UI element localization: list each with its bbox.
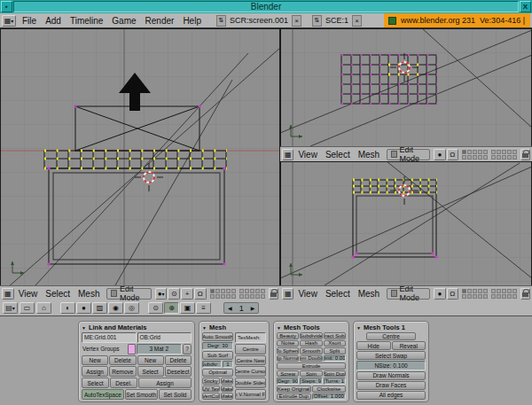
centre-button[interactable]: Centre <box>235 344 266 354</box>
layer-17[interactable] <box>245 294 249 299</box>
editor-type-icon[interactable]: ▦ <box>282 149 293 160</box>
layer-8[interactable] <box>250 289 254 293</box>
layer-10[interactable] <box>512 150 517 154</box>
screen-name[interactable]: SCR:screen.001 <box>226 16 292 25</box>
screw-button[interactable]: Screw <box>277 370 299 378</box>
layer-group-1[interactable] <box>462 289 488 299</box>
layer-16[interactable] <box>491 294 496 299</box>
spin-button[interactable]: Spin <box>300 370 322 378</box>
layer-20[interactable] <box>261 294 265 299</box>
menu-mesh[interactable]: Mesh <box>355 289 383 299</box>
material-new-button[interactable]: New <box>137 355 164 366</box>
centre-new-button[interactable]: Centre New <box>235 355 266 366</box>
lock-button[interactable] <box>520 149 530 160</box>
autotexspace-button[interactable]: AutoTexSpace <box>82 389 124 400</box>
world-context-icon[interactable]: ◎ <box>124 302 139 314</box>
layer-15[interactable] <box>231 294 236 299</box>
vertcol-label-button[interactable]: VertCol <box>202 393 220 400</box>
proportional-edit-icon[interactable]: Ω <box>447 149 458 160</box>
mode-dropdown[interactable]: Edit Mode <box>387 149 430 160</box>
set-solid-button[interactable]: Set Solid <box>159 389 192 400</box>
object-context-icon[interactable]: ⊙ <box>148 302 163 314</box>
limit-field[interactable]: Limit: 0.001 <box>324 355 346 362</box>
material-deselect-button[interactable]: Deselect <box>165 366 192 377</box>
subdiv-render-field[interactable]: 1 <box>223 361 233 368</box>
menu-select[interactable]: Select <box>42 289 74 299</box>
layer-10[interactable] <box>261 289 265 293</box>
layer-2[interactable] <box>467 289 472 293</box>
mode-dropdown[interactable]: Edit Mode <box>106 288 151 300</box>
layer-5[interactable] <box>483 289 488 293</box>
centre-button[interactable]: Centre <box>366 332 416 340</box>
layer-group-1[interactable] <box>462 150 488 160</box>
double-sided-button[interactable]: Double Sided <box>235 378 266 388</box>
collapse-icon[interactable]: ▼ <box>202 325 207 331</box>
vgroup-new-button[interactable]: New <box>82 355 108 366</box>
layer-11[interactable] <box>462 294 466 299</box>
flip-normals-button[interactable]: Flip Normals <box>277 355 299 362</box>
draw-normals-button[interactable]: Draw Normals <box>356 371 426 380</box>
layer-12[interactable] <box>215 294 220 299</box>
texture-context-icon[interactable]: ▨ <box>92 302 107 314</box>
layer-18[interactable] <box>502 155 506 160</box>
proportional-edit-icon[interactable]: Ω <box>447 288 458 300</box>
menu-timeline[interactable]: Timeline <box>66 16 107 26</box>
collapse-icon[interactable]: ▼ <box>356 325 361 331</box>
reveal-button[interactable]: Reveal <box>392 341 426 350</box>
layer-14[interactable] <box>478 294 482 299</box>
frame-prev-icon[interactable]: ◀ <box>228 305 232 311</box>
menu-select[interactable]: Select <box>322 150 354 160</box>
steps-field[interactable]: Steps: 9 <box>300 378 322 385</box>
smooth-button[interactable]: Smooth <box>300 347 322 354</box>
layer-8[interactable] <box>502 289 506 293</box>
select-swap-button[interactable]: Select Swap <box>356 351 426 360</box>
extrude-dup-button[interactable]: Extrude Dup <box>277 393 311 401</box>
layer-14[interactable] <box>478 155 482 160</box>
material-index-field[interactable]: 3 Mat 2 <box>137 344 183 354</box>
layer-9[interactable] <box>255 289 260 293</box>
material-context-icon[interactable]: ● <box>76 302 91 314</box>
layer-10[interactable] <box>512 289 517 293</box>
layer-11[interactable] <box>210 294 215 299</box>
panel-header-mesh[interactable]: ▼ Mesh <box>202 323 266 331</box>
layer-13[interactable] <box>221 294 225 299</box>
fract-subd-button[interactable]: Fract Subd <box>324 332 346 339</box>
subsurf-button[interactable]: Sub Surf <box>202 351 233 360</box>
lamp-context-icon[interactable]: ◐ <box>60 302 75 314</box>
editor-type-icon[interactable]: ▦ <box>2 288 14 300</box>
editor-type-icon[interactable]: ▤▾ <box>3 302 18 314</box>
layer-group-2[interactable] <box>491 289 517 299</box>
layer-buttons[interactable] <box>462 289 517 299</box>
viewport-side-canvas[interactable] <box>280 161 532 285</box>
layer-2[interactable] <box>215 289 220 293</box>
menu-game[interactable]: Game <box>107 16 140 26</box>
pivot-icon[interactable]: ⊙ <box>168 288 180 300</box>
layer-7[interactable] <box>497 289 501 293</box>
screen-selector[interactable]: ⇅ SCR:screen.001 × <box>216 15 301 27</box>
proportional-edit-icon[interactable]: Ω <box>194 288 207 300</box>
layer-8[interactable] <box>502 150 506 154</box>
layer-9[interactable] <box>507 289 512 293</box>
close-scene-icon[interactable]: × <box>352 15 362 27</box>
sticky-make-button[interactable]: Make <box>221 378 234 385</box>
layer-4[interactable] <box>478 150 482 154</box>
beauty-button[interactable]: Beauty <box>277 332 299 339</box>
layer-group-2[interactable] <box>491 150 517 160</box>
menu-view[interactable]: View <box>294 289 321 299</box>
offset-field[interactable]: Offset: 1.000 <box>312 393 347 401</box>
no-vnormal-flip-button[interactable]: No V.Normal Flip <box>235 389 266 400</box>
mesh-name-field[interactable]: ME:Grid.001 <box>82 332 137 343</box>
uvtex-make-button[interactable]: Make <box>221 386 234 393</box>
layer-group-1[interactable] <box>210 289 236 299</box>
layer-1[interactable] <box>462 289 466 293</box>
layer-11[interactable] <box>462 155 466 160</box>
texmesh-field[interactable]: TexMesh: <box>235 332 266 343</box>
menu-mesh[interactable]: Mesh <box>74 289 103 299</box>
menu-mesh[interactable]: Mesh <box>355 150 383 160</box>
collapse-icon[interactable]: ▼ <box>82 325 86 331</box>
panel-alignment-icon[interactable]: ▭ <box>20 302 35 314</box>
draw-faces-button[interactable]: Draw Faces <box>356 381 426 390</box>
clockwise-button[interactable]: Clockwise <box>312 386 347 393</box>
layer-13[interactable] <box>473 294 477 299</box>
scene-name[interactable]: SCE:1 <box>322 16 352 25</box>
